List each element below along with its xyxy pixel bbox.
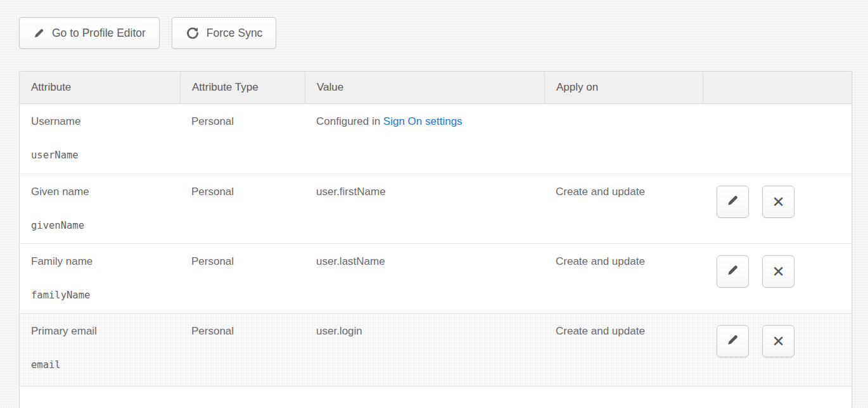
attribute-variable-name: email (31, 358, 172, 372)
pencil-icon (726, 333, 739, 349)
close-icon: ✕ (772, 194, 784, 210)
column-header-actions (703, 72, 852, 103)
attribute-cell: Family name familyName (20, 244, 180, 313)
apply-on-cell: Create and update (544, 174, 703, 243)
edit-attribute-button[interactable] (717, 325, 749, 357)
table-row: Given name givenName Personal user.first… (20, 174, 852, 243)
value-cell: user.login (305, 314, 544, 386)
sign-on-settings-link[interactable]: Sign On settings (383, 115, 463, 127)
refresh-icon (186, 26, 200, 40)
attribute-variable-name: userName (31, 148, 172, 162)
table-row-partial (20, 386, 852, 408)
pencil-icon (726, 264, 739, 279)
apply-on-cell (544, 104, 703, 174)
toolbar: Go to Profile Editor Force Sync (19, 17, 868, 49)
table-row: Family name familyName Personal user.las… (20, 243, 852, 313)
attribute-variable-name: familyName (31, 288, 172, 302)
value-text: Configured in (316, 115, 383, 127)
attribute-cell: Given name givenName (20, 174, 180, 243)
actions-cell: ✕ (703, 244, 852, 313)
table-header-row: Attribute Attribute Type Value Apply on (20, 72, 852, 104)
value-cell: user.lastName (305, 244, 544, 313)
attribute-label: Given name (31, 186, 89, 198)
attribute-label: Primary email (31, 325, 97, 337)
column-header-attribute: Attribute (20, 72, 180, 103)
column-header-apply-on: Apply on (544, 72, 703, 103)
actions-cell (703, 104, 852, 174)
attribute-cell: Username userName (20, 104, 180, 174)
close-icon: ✕ (772, 334, 784, 349)
delete-attribute-button[interactable]: ✕ (762, 325, 795, 357)
edit-attribute-button[interactable] (717, 255, 749, 288)
force-sync-button[interactable]: Force Sync (172, 17, 277, 49)
go-to-profile-editor-label: Go to Profile Editor (52, 27, 146, 40)
column-header-attribute-type: Attribute Type (180, 72, 305, 103)
value-cell: user.firstName (305, 174, 544, 243)
pencil-icon (33, 27, 45, 39)
attribute-type-cell: Personal (180, 314, 305, 386)
go-to-profile-editor-button[interactable]: Go to Profile Editor (19, 17, 160, 49)
apply-on-cell: Create and update (544, 314, 703, 386)
attribute-cell: Primary email email (20, 314, 180, 386)
edit-attribute-button[interactable] (717, 186, 749, 218)
pencil-icon (726, 194, 739, 210)
attribute-type-cell: Personal (180, 244, 305, 313)
actions-cell: ✕ (703, 174, 852, 243)
apply-on-cell: Create and update (544, 244, 703, 313)
table-row: Username userName Personal Configured in… (20, 104, 852, 174)
value-cell: Configured in Sign On settings (305, 104, 544, 174)
attribute-label: Family name (31, 255, 93, 267)
delete-attribute-button[interactable]: ✕ (762, 255, 795, 288)
force-sync-label: Force Sync (207, 27, 263, 40)
column-header-value: Value (305, 72, 544, 103)
attribute-type-cell: Personal (180, 174, 305, 243)
attribute-variable-name: givenName (31, 219, 172, 233)
close-icon: ✕ (772, 264, 784, 279)
table-row: Primary email email Personal user.login … (20, 313, 852, 386)
attribute-mapping-table: Attribute Attribute Type Value Apply on … (19, 71, 852, 408)
attribute-type-cell: Personal (180, 104, 305, 174)
actions-cell: ✕ (703, 314, 852, 386)
delete-attribute-button[interactable]: ✕ (762, 186, 795, 218)
attribute-label: Username (31, 115, 80, 127)
